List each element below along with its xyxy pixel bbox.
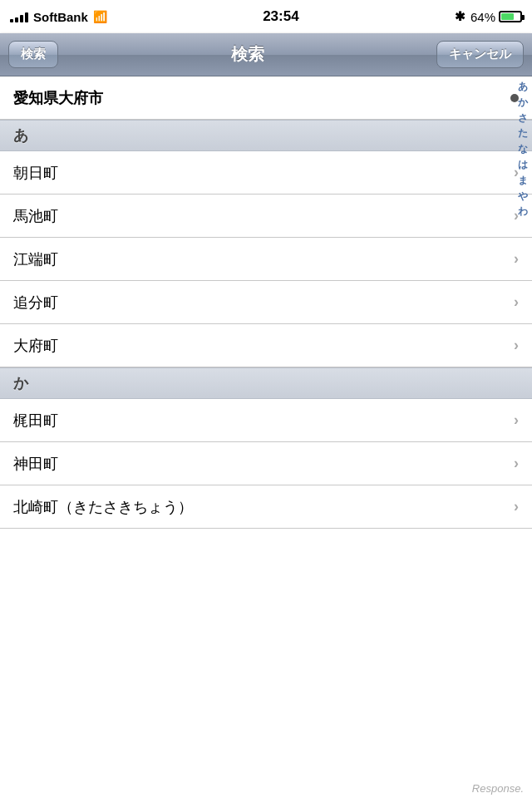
- row-label: 大府町: [13, 336, 58, 356]
- signal-bar-4: [25, 12, 28, 22]
- list-item-kitasaki[interactable]: 北崎町（きたさきちょう） ›: [0, 485, 532, 529]
- cancel-button[interactable]: キャンセル: [436, 41, 524, 68]
- list-item-ebata[interactable]: 江端町 ›: [0, 238, 532, 281]
- status-bar: SoftBank 📶 23:54 ✱ 64%: [0, 0, 532, 33]
- section-header-ka: か: [0, 367, 532, 399]
- battery-icon: [499, 11, 522, 22]
- index-item-ha[interactable]: は: [518, 158, 528, 172]
- status-right: ✱ 64%: [455, 9, 522, 24]
- nav-bar: 検索 検索 キャンセル: [0, 33, 532, 76]
- index-item-na[interactable]: な: [518, 142, 528, 156]
- index-item-ya[interactable]: や: [518, 190, 528, 204]
- chevron-icon: ›: [514, 293, 519, 311]
- location-row[interactable]: 愛知県大府市: [0, 76, 532, 120]
- chevron-icon: ›: [514, 337, 519, 354]
- chevron-icon: ›: [514, 411, 519, 429]
- list-item-oiwake[interactable]: 追分町 ›: [0, 281, 532, 324]
- index-item-wa[interactable]: わ: [518, 204, 528, 219]
- signal-bar-2: [15, 17, 18, 22]
- status-time: 23:54: [263, 8, 298, 25]
- signal-bars: [10, 11, 28, 22]
- location-text: 愛知県大府市: [13, 88, 103, 108]
- list-container: 愛知県大府市 あ 朝日町 › 馬池町 › 江端町 › 追分町 › 大府町 › か…: [0, 76, 532, 798]
- list-item-umaike[interactable]: 馬池町 ›: [0, 195, 532, 238]
- index-item-sa[interactable]: さ: [518, 111, 528, 126]
- carrier-label: SoftBank: [33, 10, 88, 24]
- row-label: 追分町: [13, 293, 58, 313]
- row-label: 朝日町: [13, 163, 58, 183]
- chevron-icon: ›: [514, 250, 519, 268]
- bluetooth-icon: ✱: [455, 9, 466, 24]
- signal-bar-3: [20, 15, 23, 22]
- row-label: 梶田町: [13, 411, 58, 431]
- row-label: 江端町: [13, 249, 58, 269]
- section-header-a-label: あ: [13, 126, 28, 145]
- list-item-kanda[interactable]: 神田町 ›: [0, 442, 532, 485]
- battery-fill: [501, 13, 514, 20]
- chevron-icon: ›: [514, 498, 519, 515]
- row-label: 馬池町: [13, 206, 58, 226]
- list-item-kajita[interactable]: 梶田町 ›: [0, 399, 532, 442]
- index-item-a[interactable]: あ: [518, 80, 528, 94]
- search-button[interactable]: 検索: [8, 41, 58, 68]
- wifi-icon: 📶: [93, 10, 107, 23]
- index-item-ka[interactable]: か: [518, 96, 528, 110]
- status-left: SoftBank 📶: [10, 10, 107, 24]
- battery-percent: 64%: [470, 10, 495, 24]
- index-item-ma[interactable]: ま: [518, 174, 528, 188]
- row-label: 神田町: [13, 454, 58, 474]
- row-label: 北崎町（きたさきちょう）: [13, 497, 193, 517]
- index-item-ta[interactable]: た: [518, 126, 528, 140]
- index-sidebar: あ か さ た な は ま や わ: [514, 76, 532, 219]
- list-item-asahimachi[interactable]: 朝日町 ›: [0, 151, 532, 195]
- chevron-icon: ›: [514, 455, 519, 472]
- battery-container: 64%: [470, 10, 522, 24]
- watermark: Response.: [472, 782, 524, 795]
- signal-bar-1: [10, 19, 13, 22]
- nav-title: 検索: [231, 43, 264, 66]
- section-header-ka-label: か: [13, 373, 28, 393]
- section-header-a: あ: [0, 120, 532, 151]
- list-item-ofu[interactable]: 大府町 ›: [0, 324, 532, 367]
